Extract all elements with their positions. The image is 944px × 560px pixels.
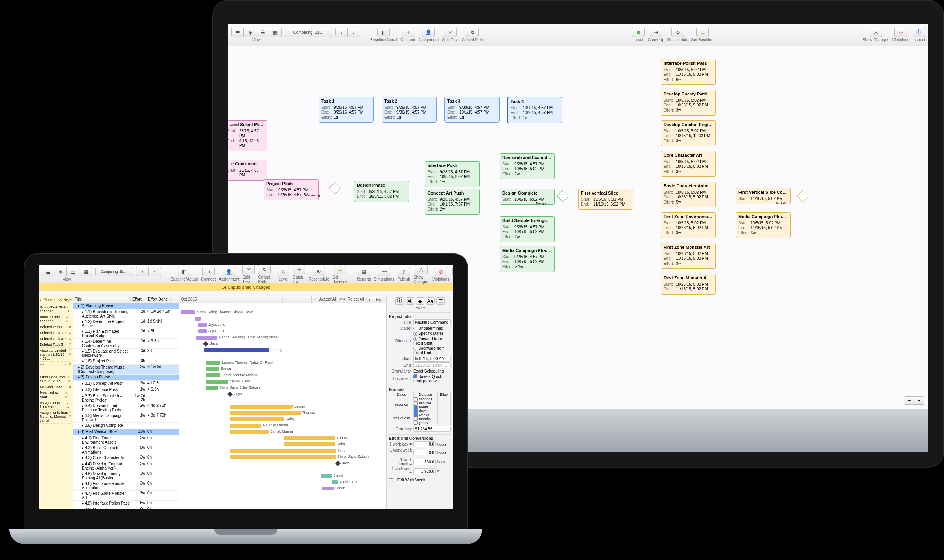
change-note[interactable]: Deleted Task 2✓ ✕ [39,324,72,330]
quicklook-checkbox[interactable] [413,374,417,378]
task-row[interactable]: ▸ 1.5) Evaluate and Select Middleware3d3… [73,349,179,358]
change-note[interactable]: Assignments from Melanie, Marina, Jamal✓… [39,410,72,424]
gantt-bar[interactable] [198,323,207,327]
task-row[interactable]: ▸ 4.5) Develop Enemy Pathing AI (Basic)3… [73,471,179,481]
node-t2[interactable]: Task 2Start:9/29/15, 4:57 PMEnd:9/30/15,… [382,97,437,123]
reject-icon[interactable]: ✕ [59,297,62,302]
node-ipp[interactable]: Interface Polish PassStart:10/5/15, 5:02… [661,59,716,85]
gantt-bar[interactable] [195,317,201,321]
task-row[interactable]: ▸ 3) Design Phase [73,375,179,381]
view-resource-button[interactable]: ☰ [67,267,79,276]
task-row[interactable]: ▸ 1) Planning Phase [73,303,179,309]
publish-now-button[interactable]: Publish [366,297,384,302]
gantt-bar[interactable] [206,380,228,384]
gantt-bar[interactable] [206,367,219,371]
reject-all-button[interactable]: Reject All [348,297,364,301]
set-baseline-button[interactable]: ▭ [696,28,709,37]
task-row[interactable]: ▸ 1.6) Project Pitch0h [73,358,179,365]
critical-path-button[interactable]: ↯ [258,265,271,274]
gantt-bar[interactable] [206,373,220,377]
gantt-milestone[interactable] [335,461,341,466]
node-t1[interactable]: Task 1Start:9/28/15, 4:57 PMEnd:9/29/15,… [319,97,374,123]
change-note[interactable]: Group Task Style changed✓ ✕ [39,305,72,314]
unit-checkbox[interactable] [414,401,418,405]
view-resource-button[interactable]: ☰ [256,28,269,37]
baseline-actual-button[interactable]: ◧ [178,267,190,276]
task-row[interactable]: ▸ 4.2) Basic Character Animations5w0h [73,445,179,455]
gantt-bar[interactable] [181,310,195,314]
unpublished-changes-banner[interactable]: 14 Unpublished Changes [39,283,453,291]
insp-tab-1[interactable]: ⓘ [395,297,404,305]
task-row[interactable]: ▸ 3.1) Concept Art Push2w4d 0.5h [73,381,179,387]
change-note[interactable]: from End to Start✓ ✕ [39,390,72,400]
gantt-bar[interactable] [230,430,269,434]
gantt-bar[interactable] [230,424,261,428]
nav-prev-button[interactable]: ‹ [335,28,348,37]
simulations-button[interactable]: 〰 [378,267,390,276]
task-row[interactable]: ▸ 3.6) Design Complete [73,423,179,429]
change-note[interactable]: rip✓ ✕ [39,362,72,367]
node-ifpush[interactable]: Interface PushStart:9/28/15, 4:57 PMEnd:… [425,161,480,187]
gantt-bar[interactable] [230,417,284,421]
node-fzenv[interactable]: First Zone Environment…Start:10/5/15, 5:… [661,212,716,238]
task-row[interactable]: ▸ 4.8) Interface Polish Pass6w0h [73,501,179,507]
task-row[interactable]: ▸ 4) First Vertical Slice33w0h [73,429,179,435]
unit-checkbox[interactable] [414,421,418,425]
gantt-bar[interactable] [198,329,207,333]
node-capush[interactable]: Concept Art PushStart:9/28/15, 4:57 PMEn… [425,189,480,215]
task-row[interactable]: ▸ 4.3) Core Character Art3w0h [73,455,179,461]
node-contA[interactable]: …e Contractor A…Start:25/15, 4:57 PM [228,160,267,181]
view-gantt-button[interactable]: ≣ [231,28,244,37]
publish-button[interactable]: ⇪ [398,267,410,276]
reports-button[interactable]: ▤ [358,267,370,276]
task-row[interactable]: ▸ 1.4) Determine Contractor Availability… [73,339,179,349]
change-note[interactable]: Deleted Task 1✓ ✕ [39,330,72,336]
change-note[interactable]: Effort Done from zero to 3d 4h✓ ✕ [39,375,72,384]
node-t4[interactable]: Task 4Start:10/1/15, 4:57 PMEnd:10/2/15,… [507,97,562,123]
connect-button[interactable]: ⇢ [202,267,215,276]
node-dceng[interactable]: Develop Combat Engin…Start:10/5/15, 5:02… [661,120,716,146]
task-row[interactable]: ▸ 1.3) Plan Estimated Project Budget2d> … [73,329,179,339]
unit-checkbox[interactable] [414,409,418,413]
task-row[interactable]: ▸ 3.5) Media Campaign Phase 11w< 3d 7.75… [73,413,179,423]
insp-tab-4[interactable]: Aa [426,297,435,305]
node-mc1[interactable]: Media Campaign Phas…Start:9/28/15, 4:57 … [500,246,555,272]
inspect-button[interactable]: ⓘ [913,28,925,37]
set-baseline-button[interactable]: ▭ [334,265,346,274]
euc-input[interactable] [413,450,436,455]
task-row[interactable]: ▸ 4.6) First Zone Monster Animations3w0h [73,481,179,491]
task-row[interactable]: ▸ 1.1) Brainstorm Themes, Audience, Art … [73,309,179,319]
task-row[interactable]: ▸ 3.3) Build Sample In-Engine Project1w … [73,393,179,403]
unit-checkbox[interactable] [414,413,418,417]
change-note[interactable]: Baseline Info changed✓ ✕ [39,314,72,324]
project-end-input[interactable] [413,362,451,368]
insp-tab-5[interactable]: ☰ [436,297,445,305]
unit-checkbox[interactable] [414,397,418,401]
unit-checkbox[interactable] [414,405,418,409]
task-row[interactable]: ▸ 3.4) Research and Evaluate Testing Too… [73,403,179,413]
gantt-bar[interactable] [206,386,218,390]
gantt-bar[interactable] [321,474,332,478]
reschedule-button[interactable]: ↻ [671,28,684,37]
gantt-bar[interactable] [284,436,335,440]
change-note[interactable]: No Later Than✓ ✕ [39,384,72,390]
task-row[interactable]: ▸ 4.7) First Zone Monster Art3w0h [73,491,179,501]
node-research[interactable]: Research and Evaluate…Start:9/28/15, 4:5… [500,153,555,179]
node-fzmart[interactable]: First Zone Monster ArtStart:10/26/15, 5:… [661,243,716,269]
nav-next-button[interactable]: › [348,28,360,37]
gantt-bar[interactable] [230,449,336,453]
view-network-button[interactable]: ◈ [54,267,67,276]
zoom-in-button[interactable]: + [914,396,924,405]
level-button[interactable]: ≋ [632,28,645,37]
gantt-bar[interactable] [230,411,301,415]
gantt-bar[interactable] [230,455,336,459]
node-mc2[interactable]: Media Campaign Phas…Start:10/5/15, 5:02 … [736,212,791,238]
direction-forward-radio[interactable] [413,337,417,341]
gantt-bar[interactable] [196,336,217,340]
change-note[interactable]: Deleted Task 3✓ ✕ [39,342,72,348]
task-row[interactable]: ▸ 3.2) Interface Push1w> 6.3h [73,387,179,393]
milestone-design-ms[interactable]: Design… [557,190,569,202]
gantt-bar[interactable] [204,348,269,352]
euc-input[interactable] [413,441,436,447]
insp-tab-2[interactable]: ⌘ [406,297,414,305]
